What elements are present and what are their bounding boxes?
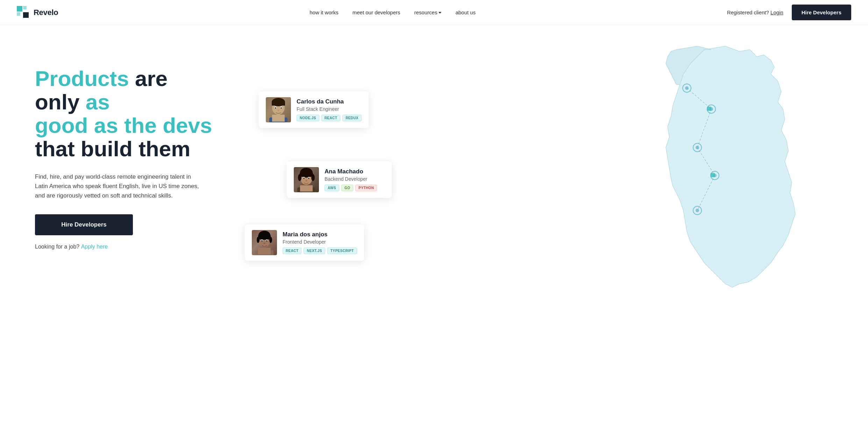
svg-point-38 [308,178,310,179]
svg-rect-29 [272,115,285,122]
svg-rect-22 [272,102,285,106]
developer-card-1: Carlos da Cunha Full Stack Engineer NODE… [259,92,369,128]
svg-point-34 [311,174,315,181]
dev-name-ana: Ana Machado [325,168,377,175]
svg-rect-0 [17,6,22,12]
dev-role-carlos: Full Stack Engineer [297,106,362,112]
svg-rect-32 [300,173,313,177]
hire-developers-hero-button[interactable]: Hire Developers [35,214,133,235]
svg-rect-18 [707,107,711,111]
dev-role-maria: Frontend Developer [283,239,357,245]
tag-react-carlos: REACT [321,115,340,121]
navbar: Revelo how it works meet our developers … [0,0,868,25]
apply-link[interactable]: Apply here [81,244,108,250]
svg-rect-1 [23,6,27,9]
latam-map [592,39,868,298]
hero-headline: Products are only as good as the devs th… [35,67,217,161]
logo-text: Revelo [34,8,58,17]
developer-card-3: Maria dos anjos Frontend Developer REACT… [245,224,364,261]
hero-section: Products are only as good as the devs th… [0,25,868,445]
tag-redux: REDUX [342,115,362,121]
nav-resources[interactable]: resources [414,9,442,15]
tag-aws: AWS [325,185,339,191]
avatar-maria [252,230,277,255]
hero-content: Products are only as good as the devs th… [35,46,217,250]
tag-react-maria: REACT [283,247,301,254]
hire-developers-nav-button[interactable]: Hire Developers [792,5,851,20]
nav-right: Registered client? Login Hire Developers [727,5,851,20]
svg-point-17 [696,209,699,212]
svg-point-49 [261,240,263,242]
developer-card-2: Ana Machado Backend Developer AWS GO PYT… [287,162,392,198]
svg-point-46 [269,237,272,243]
nav-how-it-works[interactable]: how it works [310,9,339,15]
svg-point-13 [696,146,699,149]
nav-about-us[interactable]: about us [455,9,476,15]
nav-meet-developers[interactable]: meet our developers [353,9,400,15]
dev-role-ana: Backend Developer [325,176,377,182]
tag-typescript: TYPESCRIPT [327,247,357,254]
dev-tags-maria: REACT NEXT.JS TYPESCRIPT [283,247,357,254]
logo-icon [17,6,30,19]
avatar-carlos [266,97,291,122]
svg-point-9 [685,86,689,90]
dev-tags-ana: AWS GO PYTHON [325,185,377,191]
svg-point-33 [298,174,301,181]
svg-point-26 [280,107,282,109]
tag-python: PYTHON [355,185,377,191]
dev-info-maria: Maria dos anjos Frontend Developer REACT… [283,231,357,254]
hero-job-cta: Looking for a job? Apply here [35,244,217,250]
hero-subtext: Find, hire, and pay world-class remote e… [35,172,203,201]
dev-tags-carlos: NODE.JS REACT REDUX [297,115,362,121]
nav-links: how it works meet our developers resourc… [310,9,476,16]
svg-rect-2 [17,12,20,16]
svg-point-25 [275,107,276,109]
svg-rect-19 [711,173,715,177]
svg-rect-53 [258,248,271,254]
svg-point-37 [303,178,305,179]
svg-point-51 [263,243,265,244]
svg-rect-3 [23,12,29,18]
tag-nodejs: NODE.JS [297,115,319,121]
svg-rect-44 [258,235,271,239]
tag-nextjs: NEXT.JS [304,247,325,254]
registered-text: Registered client? Login [727,9,783,15]
svg-point-27 [277,110,279,111]
dev-name-maria: Maria dos anjos [283,231,357,238]
tag-go: GO [341,185,353,191]
chevron-down-icon [439,12,441,14]
dev-info-carlos: Carlos da Cunha Full Stack Engineer NODE… [297,98,362,121]
dev-info-ana: Ana Machado Backend Developer AWS GO PYT… [325,168,377,191]
logo-link[interactable]: Revelo [17,6,58,19]
svg-rect-41 [300,185,313,192]
svg-point-50 [266,240,268,242]
dev-name-carlos: Carlos da Cunha [297,98,362,105]
svg-point-39 [306,180,307,181]
login-link[interactable]: Login [770,9,783,15]
hero-map-area: Carlos da Cunha Full Stack Engineer NODE… [210,46,851,291]
svg-point-45 [257,237,259,243]
avatar-ana [294,167,319,192]
